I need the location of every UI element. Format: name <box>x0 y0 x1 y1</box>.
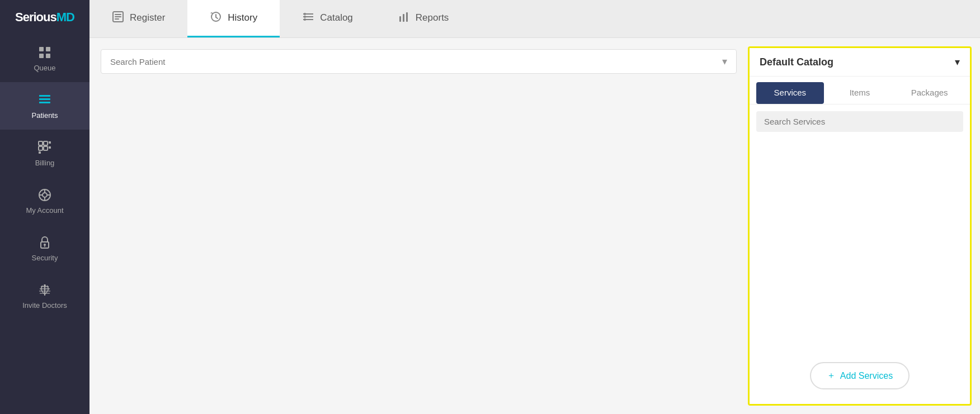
svg-rect-35 <box>115 18 119 20</box>
add-services-footer: ＋ Add Services <box>750 350 970 404</box>
catalog-dropdown-icon[interactable]: ▾ <box>955 56 960 68</box>
catalog-title: Default Catalog <box>760 56 833 68</box>
patients-icon <box>37 92 53 108</box>
register-icon <box>112 11 124 26</box>
sidebar-item-invite-doctors[interactable]: Invite Doctors <box>0 272 89 320</box>
queue-icon <box>37 45 53 60</box>
svg-point-18 <box>43 193 47 197</box>
svg-point-40 <box>304 13 306 15</box>
svg-rect-13 <box>44 146 48 150</box>
catalog-tabs: Services Items Packages <box>750 77 970 104</box>
svg-rect-16 <box>39 151 41 154</box>
sidebar-item-security-label: Security <box>32 254 58 262</box>
svg-rect-3 <box>46 54 50 58</box>
tab-history-label: History <box>228 12 257 23</box>
add-services-label: Add Services <box>840 371 893 381</box>
sidebar-item-queue[interactable]: Queue <box>0 35 89 82</box>
search-services-input[interactable] <box>756 111 963 132</box>
svg-rect-34 <box>115 16 121 17</box>
svg-rect-2 <box>39 54 44 58</box>
patient-panel: ▾ <box>89 38 748 414</box>
svg-rect-44 <box>403 14 404 22</box>
tab-catalog[interactable]: Catalog <box>280 0 375 37</box>
svg-point-41 <box>304 16 306 18</box>
svg-rect-11 <box>44 141 48 145</box>
svg-rect-7 <box>39 95 41 97</box>
invite-doctors-icon <box>37 282 53 298</box>
catalog-tab-items[interactable]: Items <box>826 82 894 104</box>
security-icon <box>37 235 53 250</box>
catalog-panel: Default Catalog ▾ Services Items Package… <box>748 46 972 406</box>
sidebar-item-billing[interactable]: Billing <box>0 130 89 177</box>
svg-rect-14 <box>49 141 51 144</box>
billing-icon <box>37 140 53 155</box>
reports-icon <box>398 11 410 26</box>
svg-rect-1 <box>46 47 50 51</box>
sidebar-item-patients-label: Patients <box>32 111 58 120</box>
history-icon <box>210 11 222 26</box>
catalog-header: Default Catalog ▾ <box>750 48 970 77</box>
sidebar-item-my-account[interactable]: My Account <box>0 177 89 225</box>
svg-rect-45 <box>406 12 408 22</box>
tab-history[interactable]: History <box>187 0 280 37</box>
svg-rect-33 <box>115 14 121 15</box>
sidebar-item-my-account-label: My Account <box>26 206 63 215</box>
patient-search-input[interactable] <box>110 57 722 66</box>
add-services-button[interactable]: ＋ Add Services <box>810 362 910 389</box>
my-account-icon <box>37 187 53 203</box>
patient-search-bar[interactable]: ▾ <box>101 49 737 74</box>
sidebar-item-invite-doctors-label: Invite Doctors <box>22 301 67 310</box>
add-services-plus-icon: ＋ <box>827 370 836 382</box>
catalog-icon <box>302 11 314 26</box>
main-content: Register History <box>89 0 980 414</box>
content-area: ▾ Default Catalog ▾ Services Items Packa… <box>89 38 980 414</box>
services-list <box>750 139 970 350</box>
svg-rect-9 <box>39 102 41 103</box>
sidebar-item-security[interactable]: Security <box>0 225 89 272</box>
sidebar-item-billing-label: Billing <box>35 159 55 167</box>
svg-rect-10 <box>39 141 43 145</box>
svg-rect-12 <box>39 146 43 150</box>
tab-reports[interactable]: Reports <box>375 0 472 37</box>
tab-register[interactable]: Register <box>89 0 187 37</box>
sidebar-logo: SeriousMD <box>0 0 89 35</box>
top-nav: Register History <box>89 0 980 38</box>
tab-register-label: Register <box>130 12 165 23</box>
svg-point-31 <box>44 284 46 287</box>
sidebar-item-patients[interactable]: Patients <box>0 82 89 130</box>
tab-reports-label: Reports <box>416 12 449 23</box>
catalog-tab-packages[interactable]: Packages <box>896 82 963 104</box>
tab-catalog-label: Catalog <box>320 12 353 23</box>
patient-search-dropdown-icon[interactable]: ▾ <box>722 55 727 68</box>
svg-rect-8 <box>39 98 41 100</box>
svg-rect-15 <box>49 146 51 149</box>
catalog-tab-services[interactable]: Services <box>756 82 824 104</box>
svg-point-42 <box>304 18 306 21</box>
svg-rect-0 <box>39 47 44 51</box>
sidebar-item-queue-label: Queue <box>34 64 55 72</box>
svg-rect-43 <box>399 16 401 22</box>
sidebar: SeriousMD Queue Patients <box>0 0 89 414</box>
app-logo: SeriousMD <box>15 10 74 25</box>
